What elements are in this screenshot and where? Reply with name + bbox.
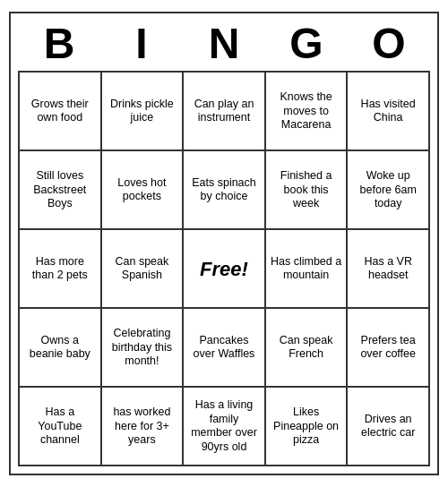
bingo-cell-0[interactable]: Grows their own food: [20, 73, 102, 151]
bingo-cell-12[interactable]: Free!: [184, 230, 266, 309]
bingo-cell-7[interactable]: Eats spinach by choice: [184, 151, 266, 230]
bingo-cell-8[interactable]: Finished a book this week: [266, 151, 349, 230]
bingo-cell-22[interactable]: Has a living family member over 90yrs ol…: [184, 388, 266, 466]
bingo-cell-17[interactable]: Pancakes over Waffles: [184, 309, 266, 388]
bingo-cell-6[interactable]: Loves hot pockets: [102, 151, 185, 230]
bingo-cell-19[interactable]: Prefers tea over coffee: [348, 309, 430, 388]
bingo-grid: Grows their own foodDrinks pickle juiceC…: [18, 71, 430, 466]
bingo-cell-23[interactable]: Likes Pineapple on pizza: [266, 388, 349, 466]
bingo-cell-1[interactable]: Drinks pickle juice: [102, 73, 185, 151]
letter-g: G: [267, 21, 346, 68]
letter-o: O: [349, 21, 428, 68]
bingo-cell-13[interactable]: Has climbed a mountain: [266, 230, 349, 309]
bingo-cell-10[interactable]: Has more than 2 pets: [20, 230, 102, 309]
bingo-card: B I N G O Grows their own foodDrinks pic…: [9, 12, 439, 476]
bingo-cell-18[interactable]: Can speak French: [266, 309, 349, 388]
letter-i: I: [102, 21, 181, 68]
bingo-cell-4[interactable]: Has visited China: [348, 73, 430, 151]
bingo-cell-3[interactable]: Knows the moves to Macarena: [266, 73, 349, 151]
bingo-cell-2[interactable]: Can play an instrument: [184, 73, 266, 151]
bingo-cell-15[interactable]: Owns a beanie baby: [20, 309, 102, 388]
bingo-cell-9[interactable]: Woke up before 6am today: [348, 151, 430, 230]
bingo-cell-5[interactable]: Still loves Backstreet Boys: [20, 151, 102, 230]
bingo-cell-24[interactable]: Drives an electric car: [348, 388, 430, 466]
bingo-cell-20[interactable]: Has a YouTube channel: [20, 388, 102, 466]
bingo-cell-21[interactable]: has worked here for 3+ years: [102, 388, 185, 466]
letter-n: N: [185, 21, 263, 68]
bingo-cell-11[interactable]: Can speak Spanish: [102, 230, 185, 309]
bingo-cell-14[interactable]: Has a VR headset: [348, 230, 430, 309]
letter-b: B: [20, 21, 99, 68]
bingo-header: B I N G O: [18, 21, 430, 68]
bingo-cell-16[interactable]: Celebrating birthday this month!: [102, 309, 185, 388]
